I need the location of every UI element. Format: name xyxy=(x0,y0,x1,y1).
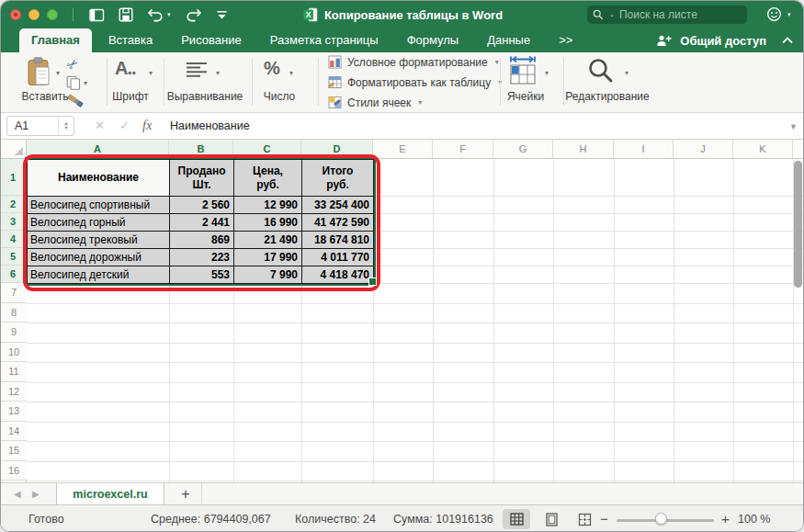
cell-B3[interactable]: 2 441 xyxy=(170,214,234,232)
column-header-J[interactable]: J xyxy=(674,140,733,158)
row-header-13[interactable]: 13 xyxy=(1,402,27,422)
editing-dropdown-icon[interactable]: ▾ xyxy=(625,69,628,77)
column-header-I[interactable]: I xyxy=(614,140,674,158)
cells-group-label[interactable]: Ячейки xyxy=(503,90,549,103)
cell-styles-button[interactable]: Стили ячеек▾ xyxy=(328,96,422,109)
page-break-view-button[interactable] xyxy=(572,509,596,529)
alignment-dropdown-icon[interactable]: ▾ xyxy=(216,69,220,77)
row-header-4[interactable]: 4 xyxy=(1,231,27,248)
zoom-out-icon[interactable]: − xyxy=(600,511,608,526)
save-icon[interactable] xyxy=(119,7,133,22)
column-header-C[interactable]: C xyxy=(233,140,301,159)
confirm-entry-icon[interactable]: ✓ xyxy=(119,119,130,132)
name-box[interactable]: A1 ▲▼ xyxy=(6,116,74,136)
alignment-group-label[interactable]: Выравнивание xyxy=(159,90,251,103)
next-sheet-icon[interactable]: ▶ xyxy=(32,489,40,499)
font-group-label[interactable]: Шрифт xyxy=(105,90,156,103)
tab-данные[interactable]: Данные xyxy=(475,28,542,52)
customize-toolbar-icon[interactable] xyxy=(216,9,228,20)
normal-view-button[interactable] xyxy=(503,509,530,529)
zoom-in-icon[interactable]: + xyxy=(721,511,730,526)
column-header-E[interactable]: E xyxy=(373,140,433,158)
search-scope-dropdown-icon[interactable]: ⌄ xyxy=(609,11,615,18)
cell-D3[interactable]: 41 472 590 xyxy=(302,214,374,232)
prev-sheet-icon[interactable]: ◀ xyxy=(14,489,21,499)
row-header-8[interactable]: 8 xyxy=(1,303,27,323)
paste-dropdown-icon[interactable]: ▾ xyxy=(56,69,60,77)
row-header-15[interactable]: 15 xyxy=(1,441,27,461)
formula-bar-content[interactable]: Наименование xyxy=(170,119,250,132)
row-header-14[interactable]: 14 xyxy=(1,422,27,442)
row-header-1[interactable]: 1 xyxy=(1,159,27,196)
cell-B1[interactable]: Продано Шт. xyxy=(170,160,234,197)
cell-A1[interactable]: Наименование xyxy=(28,160,170,197)
zoom-slider-thumb[interactable] xyxy=(655,513,667,525)
fill-handle[interactable] xyxy=(368,277,377,286)
cell-A6[interactable]: Велосипед детский xyxy=(28,266,170,284)
row-header-16[interactable]: 16 xyxy=(1,461,27,481)
row-header-6[interactable]: 6 xyxy=(1,266,27,283)
cut-icon[interactable]: ✂ xyxy=(63,54,83,74)
font-icon[interactable]: A.. xyxy=(115,58,136,79)
conditional-formatting-button[interactable]: Условное форматирование▾ xyxy=(328,55,499,69)
tab-разметка-страницы[interactable]: Разметка страницы xyxy=(258,28,391,52)
cell-A4[interactable]: Велосипед трековый xyxy=(28,232,170,249)
page-layout-view-button[interactable] xyxy=(539,509,563,529)
editing-group-label[interactable]: Редактирование xyxy=(560,90,655,103)
sheet-tab-active[interactable]: microexcel.ru xyxy=(56,483,164,505)
cell-D6[interactable]: 4 418 470 xyxy=(302,266,374,284)
row-header-9[interactable]: 9 xyxy=(1,323,27,343)
select-all-corner[interactable] xyxy=(1,140,27,158)
feedback-button[interactable]: ▾ xyxy=(766,6,791,22)
column-header-B[interactable]: B xyxy=(169,140,233,159)
cell-B4[interactable]: 869 xyxy=(170,232,234,249)
redo-icon[interactable] xyxy=(185,8,202,22)
alignment-icon[interactable] xyxy=(186,62,208,78)
cell-B5[interactable]: 223 xyxy=(170,249,234,266)
number-format-icon[interactable]: % xyxy=(264,58,280,79)
cell-C6[interactable]: 7 990 xyxy=(234,266,302,284)
minimize-window-button[interactable] xyxy=(28,9,40,20)
column-header-K[interactable]: K xyxy=(733,140,793,158)
row-header-2[interactable]: 2 xyxy=(1,196,27,213)
row-header-12[interactable]: 12 xyxy=(1,382,27,402)
tab--[interactable]: >> xyxy=(547,28,584,52)
cell-C4[interactable]: 21 490 xyxy=(234,232,302,249)
undo-dropdown-icon[interactable]: ▾ xyxy=(167,11,171,18)
cell-A2[interactable]: Велосипед спортивный xyxy=(28,197,170,214)
number-dropdown-icon[interactable]: ▾ xyxy=(289,69,293,77)
cell-C1[interactable]: Цена, руб. xyxy=(234,160,302,197)
editing-icon[interactable] xyxy=(587,57,615,85)
close-window-button[interactable] xyxy=(10,9,21,20)
search-box[interactable]: ⌄ xyxy=(587,6,747,24)
font-dropdown-icon[interactable]: ▾ xyxy=(149,69,153,77)
column-header-H[interactable]: H xyxy=(553,140,614,158)
maximize-window-button[interactable] xyxy=(47,9,58,20)
tab-рисование[interactable]: Рисование xyxy=(169,28,253,52)
cell-D5[interactable]: 4 011 770 xyxy=(302,249,374,266)
copy-icon[interactable] xyxy=(66,75,81,90)
search-input[interactable] xyxy=(617,7,728,22)
collapse-ribbon-icon[interactable] xyxy=(782,37,793,44)
cell-D1[interactable]: Итого руб. xyxy=(302,160,374,197)
row-header-10[interactable]: 10 xyxy=(1,343,27,363)
cell-A3[interactable]: Велосипед горный xyxy=(28,214,170,232)
insert-function-icon[interactable]: fx xyxy=(142,118,152,133)
cells-dropdown-icon[interactable]: ▾ xyxy=(545,69,549,77)
format-as-table-button[interactable]: Форматировать как таблицу▾ xyxy=(328,75,502,89)
template-panel-icon[interactable] xyxy=(89,8,105,22)
add-sheet-button[interactable]: + xyxy=(176,483,196,505)
cell-A5[interactable]: Велосипед дорожный xyxy=(28,249,170,266)
cell-C3[interactable]: 16 990 xyxy=(234,214,302,232)
paste-icon[interactable] xyxy=(27,57,51,87)
column-header-A[interactable]: A xyxy=(27,140,169,159)
cell-D2[interactable]: 33 254 400 xyxy=(302,197,374,214)
tab-формулы[interactable]: Формулы xyxy=(395,28,471,52)
name-box-stepper[interactable]: ▲▼ xyxy=(58,117,74,135)
paste-group-label[interactable]: Вставить xyxy=(17,90,73,103)
tab-вставка[interactable]: Вставка xyxy=(96,28,164,52)
cell-B6[interactable]: 553 xyxy=(170,266,234,284)
row-header-5[interactable]: 5 xyxy=(1,248,27,266)
tab-главная[interactable]: Главная xyxy=(19,28,92,52)
share-button[interactable]: Общий доступ xyxy=(680,34,766,48)
